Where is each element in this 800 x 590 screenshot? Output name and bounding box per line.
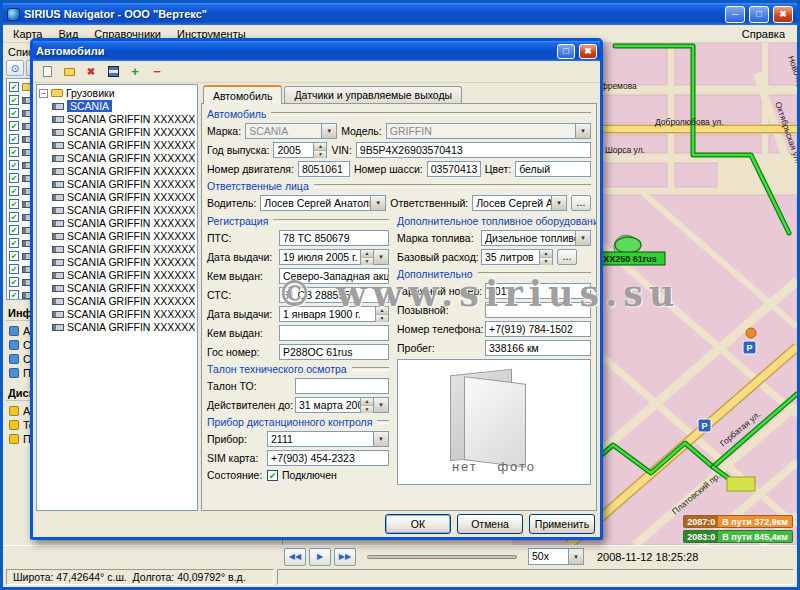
sts-date-picker[interactable]: 1 января 1900 г.▲▼	[279, 306, 389, 322]
valid-until-picker[interactable]: 31 марта 2009 г.▲▼▼	[295, 397, 389, 413]
fuel-type-combo[interactable]: Дизельное топливо▼	[481, 230, 591, 246]
color-field[interactable]: белый	[515, 161, 591, 177]
tree-item[interactable]: SCANIA GRIFFIN ХХХХХХ 61rus	[52, 191, 195, 203]
chevron-down-icon[interactable]: ▼	[568, 549, 583, 564]
fuel-more-button[interactable]: ...	[557, 249, 577, 265]
tree-item[interactable]: SCANIA GRIFFIN ХХХХХХ 161rus	[52, 243, 195, 255]
checkbox-icon[interactable]: ✔	[9, 225, 19, 235]
checkbox-icon[interactable]: ✔	[9, 160, 19, 170]
spinner-icons[interactable]: ▲▼	[313, 143, 326, 157]
checkbox-icon[interactable]: ✔	[9, 108, 19, 118]
tree-item[interactable]: SCANIA GRIFFIN ХХХХХХ 161rus	[52, 256, 195, 268]
delete-button[interactable]: ✖	[81, 63, 101, 81]
tree-item[interactable]: SCANIA GRIFFIN ХХХХХХ 61rus	[52, 165, 195, 177]
play-icon[interactable]: ▶	[309, 548, 331, 566]
speed-combo[interactable]: 50x▼	[528, 548, 584, 565]
tree-item[interactable]: SCANIA GRIFFIN ХХХХХХ 161rus	[52, 295, 195, 307]
checkbox-icon[interactable]: ✔	[9, 134, 19, 144]
tree-item[interactable]: SCANIA GRIFFIN ХХХХХХ 61rus	[52, 113, 195, 125]
checkbox-icon[interactable]: ✔	[9, 290, 19, 300]
chevron-down-icon[interactable]: ▼	[575, 231, 590, 245]
year-stepper[interactable]: 2005▲▼	[273, 142, 327, 158]
chevron-down-icon[interactable]: ▼	[575, 124, 590, 138]
mileage-field[interactable]: 338166 км	[485, 340, 591, 356]
tree-item[interactable]: SCANIA GRIFFIN ХХХХХХ 61rus	[52, 178, 195, 190]
playback-slider[interactable]	[367, 555, 517, 559]
pts-issuer-field[interactable]: Северо-Западная акционерн	[279, 268, 389, 284]
dialog-maximize-button[interactable]: □	[557, 44, 575, 59]
search-icon[interactable]: ⊙	[6, 60, 24, 76]
dialog-close-button[interactable]: ✖	[579, 44, 597, 59]
sts-field[interactable]: 61 СВ 288595	[279, 287, 389, 303]
spinner-icons[interactable]: ▲▼	[375, 307, 388, 321]
tab-sensors[interactable]: Датчики и управляемые выходы	[284, 86, 462, 103]
checkbox-icon[interactable]: ✔	[9, 251, 19, 261]
tree-item[interactable]: SCANIA GRIFFIN ХХХХХХ 61rus	[52, 217, 195, 229]
device-combo[interactable]: 2111▼	[267, 431, 389, 447]
responsible-combo[interactable]: Лосев Сергей Анатоль▼	[472, 195, 567, 211]
tree-item[interactable]: SCANIA GRIFFIN ХХХХХХ 161rus	[52, 308, 195, 320]
spinner-icons[interactable]: ▲▼	[360, 398, 373, 412]
plate-field[interactable]: Р288ОС 61rus	[279, 344, 389, 360]
tree-item[interactable]: SCANIA GRIFFIN ХХХХХХ 61rus	[52, 139, 195, 151]
tree-root[interactable]: − Грузовики	[39, 87, 195, 99]
tab-vehicle[interactable]: Автомобиль	[203, 85, 282, 104]
vehicle-marker[interactable]	[615, 237, 641, 253]
fuel-rate-stepper[interactable]: 35 литров▲▼	[481, 249, 553, 265]
callsign-field[interactable]	[485, 302, 591, 318]
tree-item[interactable]: SCANIA GRIFFIN ХХХХХХ 61rus	[52, 152, 195, 164]
tree-item[interactable]: SCANIA GRIFFIN ХХХХХХ 61rus	[52, 321, 195, 333]
tree-item[interactable]: SCANIA GRIFFIN ХХХХХХ 61rus	[52, 126, 195, 138]
new-item-button[interactable]	[37, 63, 57, 81]
inspection-field[interactable]	[295, 378, 389, 394]
sts-issuer-field[interactable]	[279, 325, 389, 341]
chevron-down-icon[interactable]: ▼	[321, 124, 336, 138]
checkbox-icon[interactable]: ✔	[9, 264, 19, 274]
tree-item[interactable]: SCANIA GRIFFIN ХХХХХХ 61rus	[52, 204, 195, 216]
checkbox-icon[interactable]: ✔	[9, 173, 19, 183]
chevron-down-icon[interactable]: ▼	[373, 250, 388, 264]
close-button[interactable]: ✖	[773, 6, 793, 23]
minimize-button[interactable]: ─	[725, 6, 745, 23]
tree-item-selected[interactable]: SCANIA	[52, 100, 195, 112]
connected-checkbox[interactable]: ✔	[267, 470, 278, 481]
model-combo[interactable]: GRIFFIN▼	[386, 123, 591, 139]
more-button[interactable]: ...	[571, 195, 591, 211]
checkbox-icon[interactable]: ✔	[9, 147, 19, 157]
checkbox-icon[interactable]: ✔	[9, 186, 19, 196]
checkbox-icon[interactable]: ✔	[9, 277, 19, 287]
save-button[interactable]	[103, 63, 123, 81]
phone-field[interactable]: +7(919) 784-1502	[485, 321, 591, 337]
chassis-field[interactable]: 03570413	[427, 161, 481, 177]
remove-button[interactable]: −	[147, 63, 167, 81]
sim-field[interactable]: +7(903) 454-2323	[267, 450, 389, 466]
chevron-down-icon[interactable]: ▼	[551, 196, 566, 210]
marka-combo[interactable]: SCANIA▼	[245, 123, 337, 139]
apply-button[interactable]: Применить	[529, 514, 595, 534]
engine-field[interactable]: 8051061	[298, 161, 350, 177]
spinner-icons[interactable]: ▲▼	[360, 250, 373, 264]
skip-back-icon[interactable]: ◀◀	[284, 548, 306, 566]
driver-combo[interactable]: Лосев Сергей Анатоль▼	[260, 195, 386, 211]
checkbox-icon[interactable]: ✔	[9, 212, 19, 222]
expander-icon[interactable]: −	[39, 89, 48, 98]
pts-date-picker[interactable]: 19 июля 2005 г.▲▼▼	[279, 249, 389, 265]
garage-field[interactable]: 001	[485, 283, 591, 299]
checkbox-icon[interactable]: ✔	[9, 95, 19, 105]
tree-item[interactable]: SCANIA GRIFFIN ХХХХХХ 161rus	[52, 282, 195, 294]
add-group-button[interactable]	[59, 63, 79, 81]
chevron-down-icon[interactable]: ▼	[373, 432, 388, 446]
ok-button[interactable]: ОК	[385, 514, 451, 534]
vin-field[interactable]: 9B5P4X26903570413	[356, 142, 591, 158]
maximize-button[interactable]: □	[749, 6, 769, 23]
cancel-button[interactable]: Отмена	[457, 514, 523, 534]
add-button[interactable]: +	[125, 63, 145, 81]
checkbox-icon[interactable]: ✔	[9, 199, 19, 209]
chevron-down-icon[interactable]: ▼	[370, 196, 385, 210]
chevron-down-icon[interactable]: ▼	[373, 398, 388, 412]
skip-forward-icon[interactable]: ▶▶	[334, 548, 356, 566]
checkbox-icon[interactable]: ✔	[9, 238, 19, 248]
checkbox-icon[interactable]: ✔	[9, 82, 19, 92]
tree-item[interactable]: SCANIA GRIFFIN ХХХХХХ 61rus	[52, 230, 195, 242]
spinner-icons[interactable]: ▲▼	[539, 250, 552, 264]
